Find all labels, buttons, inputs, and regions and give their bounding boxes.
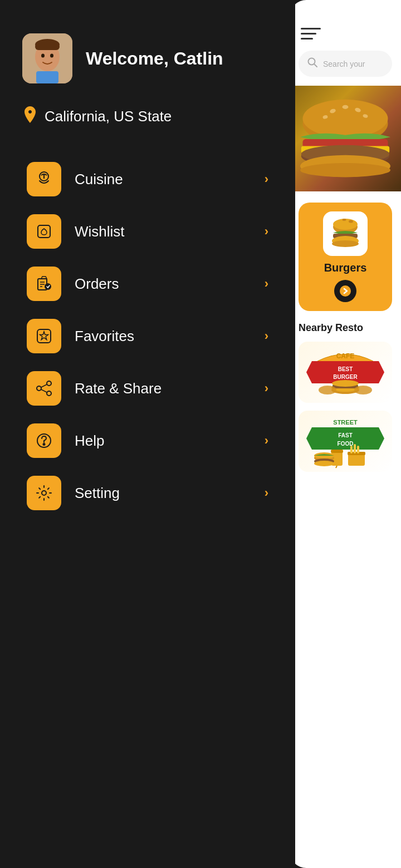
menu-item-orders[interactable]: Orders ›: [22, 260, 273, 308]
svg-point-71: [314, 461, 334, 466]
svg-point-56: [354, 386, 372, 394]
svg-rect-9: [38, 225, 50, 238]
svg-point-5: [41, 54, 45, 58]
svg-point-6: [50, 54, 53, 58]
nearby-restaurants-title: Nearby Resto: [299, 322, 392, 334]
avatar: [22, 33, 72, 83]
arrow-right-icon: [340, 285, 351, 297]
menu-item-rate-share[interactable]: Rate & Share ›: [22, 364, 273, 412]
menu-label-cuisine: Cuisine: [75, 171, 265, 188]
street-fast-food-logo: STREET FAST FOOD: [299, 411, 392, 472]
setting-icon-box: [27, 476, 61, 510]
menu-item-wishlist[interactable]: Wishlist ›: [22, 208, 273, 255]
svg-point-54: [332, 380, 359, 387]
menu-item-favorites[interactable]: Favorites ›: [22, 312, 273, 360]
svg-point-38: [300, 163, 390, 177]
chevron-cuisine: ›: [265, 172, 268, 186]
svg-rect-63: [348, 453, 365, 466]
burger-hero-svg: [295, 94, 395, 183]
hamburger-menu-icon[interactable]: [301, 28, 321, 40]
svg-point-14: [45, 284, 51, 289]
cafe-best-burger-logo: CAFE BEST BURGER: [299, 342, 392, 403]
svg-rect-1: [36, 71, 58, 83]
location-icon: [22, 106, 38, 127]
main-panel: Search your: [290, 0, 401, 868]
user-section: Welcome, Catlin: [22, 33, 273, 83]
menu-label-help: Help: [75, 432, 265, 450]
svg-point-55: [319, 386, 336, 394]
hamburger-line-2: [301, 33, 316, 34]
restaurant-card-cafe-best-burger[interactable]: CAFE BEST BURGER: [299, 342, 392, 403]
favorites-icon: [35, 327, 53, 346]
search-placeholder-text: Search your: [323, 60, 365, 68]
svg-rect-64: [348, 452, 365, 455]
svg-point-46: [340, 285, 351, 297]
svg-point-16: [37, 386, 41, 391]
svg-point-42: [343, 219, 346, 221]
burgers-category-card[interactable]: Burgers: [299, 203, 392, 311]
chevron-favorites: ›: [265, 329, 268, 343]
menu-list: Cuisine › Wishlist ›: [22, 155, 273, 517]
chevron-rate-share: ›: [265, 381, 268, 396]
svg-text:STREET: STREET: [333, 419, 358, 426]
help-icon-box: [27, 423, 61, 458]
menu-label-rate-share: Rate & Share: [75, 380, 265, 397]
chevron-help: ›: [265, 433, 268, 448]
svg-point-29: [343, 105, 349, 109]
menu-label-orders: Orders: [75, 275, 265, 293]
svg-point-23: [42, 491, 46, 495]
wishlist-icon-box: [27, 214, 61, 249]
svg-text:FAST: FAST: [338, 432, 353, 438]
svg-rect-67: [357, 446, 359, 453]
cuisine-icon: [35, 170, 53, 189]
menu-label-setting: Setting: [75, 485, 265, 502]
svg-rect-65: [350, 446, 353, 453]
svg-rect-66: [354, 444, 356, 453]
menu-item-help[interactable]: Help ›: [22, 417, 273, 465]
chevron-wishlist: ›: [265, 224, 268, 239]
svg-line-62: [336, 466, 337, 468]
burgers-category-arrow-button[interactable]: [334, 280, 356, 302]
hamburger-line-3: [301, 38, 313, 40]
svg-line-20: [41, 389, 47, 392]
nearby-restaurants-section: Nearby Resto CAFE BEST BURGER: [290, 322, 401, 472]
svg-text:BURGER: BURGER: [333, 374, 358, 380]
location-text: California, US State: [45, 108, 172, 125]
cuisine-icon-box: [27, 162, 61, 196]
burger-icon-wrap: [323, 211, 368, 256]
rate-share-icon: [35, 379, 53, 398]
orders-icon: [35, 274, 53, 293]
chevron-setting: ›: [265, 486, 268, 500]
burgers-category-label: Burgers: [324, 262, 367, 274]
svg-point-22: [43, 443, 45, 445]
burger-category-icon: [329, 217, 362, 250]
search-bar[interactable]: Search your: [299, 51, 392, 77]
panel-header: [290, 0, 401, 51]
menu-label-favorites: Favorites: [75, 328, 265, 345]
svg-rect-61: [331, 450, 343, 453]
restaurant-card-street-fast-food[interactable]: STREET FAST FOOD: [299, 411, 392, 472]
favorites-icon-box: [27, 319, 61, 353]
hero-banner: [290, 86, 401, 191]
hamburger-line-1: [301, 28, 321, 29]
svg-line-25: [314, 64, 317, 67]
svg-rect-4: [35, 43, 60, 50]
burger-hero-image: [290, 86, 401, 191]
category-section: Burgers: [290, 191, 401, 322]
search-icon: [307, 57, 317, 70]
svg-text:CAFE: CAFE: [336, 352, 355, 360]
help-icon: [35, 431, 53, 450]
menu-item-setting[interactable]: Setting ›: [22, 469, 273, 517]
welcome-text: Welcome, Catlin: [86, 48, 223, 69]
menu-item-cuisine[interactable]: Cuisine ›: [22, 155, 273, 203]
rate-share-icon-box: [27, 371, 61, 406]
location-section: California, US State: [22, 106, 273, 127]
drawer-panel: Welcome, Catlin California, US State Cui…: [0, 0, 295, 868]
wishlist-icon: [35, 222, 53, 241]
setting-icon: [35, 484, 53, 502]
svg-point-17: [47, 381, 51, 386]
svg-text:BEST: BEST: [338, 366, 353, 372]
svg-line-19: [41, 384, 47, 387]
chevron-orders: ›: [265, 277, 268, 291]
svg-point-41: [349, 220, 353, 223]
